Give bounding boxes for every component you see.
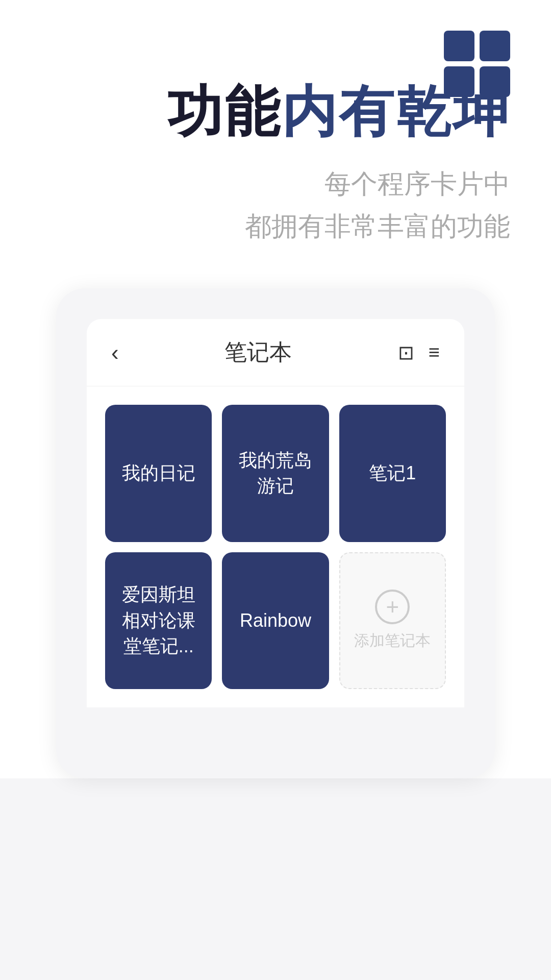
title-black: 功能 xyxy=(167,81,282,142)
menu-icon[interactable]: ≡ xyxy=(429,341,440,363)
notebook-card-island[interactable]: 我的荒岛游记 xyxy=(222,405,329,542)
app-title: 笔记本 xyxy=(224,337,292,368)
add-notebook-label: 添加笔记本 xyxy=(354,630,431,651)
sort-icon[interactable]: ⊡ xyxy=(398,341,414,364)
header-section: 功能内有乾坤 每个程序卡片中 都拥有非常丰富的功能 xyxy=(0,82,551,248)
grid-cell-3 xyxy=(444,66,474,97)
notebook-card-rainbow-label: Rainbow xyxy=(230,598,321,644)
back-button[interactable]: ‹ xyxy=(111,340,119,365)
phone-mockup: ‹ 笔记本 ⊡ ≡ 我的日记 我的荒岛游记 xyxy=(56,288,495,778)
grid-cell-2 xyxy=(480,31,510,61)
subtitle-line1: 每个程序卡片中 xyxy=(41,163,510,205)
app-header: ‹ 笔记本 ⊡ ≡ xyxy=(87,319,464,386)
notebook-card-einstein-label: 爱因斯坦相对论课堂笔记... xyxy=(112,572,206,669)
notebook-card-note1-label: 笔记1 xyxy=(359,450,426,496)
notebook-card-rainbow[interactable]: Rainbow xyxy=(222,552,329,689)
grid-cell-1 xyxy=(444,31,474,61)
subtitle-line2: 都拥有非常丰富的功能 xyxy=(41,205,510,248)
notebook-grid: 我的日记 我的荒岛游记 笔记1 爱因斯坦相对论课堂笔记... xyxy=(87,386,464,707)
grid-cell-4 xyxy=(480,66,510,97)
notebook-card-note1[interactable]: 笔记1 xyxy=(339,405,446,542)
page: 功能内有乾坤 每个程序卡片中 都拥有非常丰富的功能 ‹ 笔记本 ⊡ ≡ xyxy=(0,0,551,980)
phone-mockup-wrapper: ‹ 笔记本 ⊡ ≡ 我的日记 我的荒岛游记 xyxy=(56,288,495,778)
phone-bottom xyxy=(87,707,464,758)
top-grid-icon xyxy=(444,31,510,97)
notebook-card-einstein[interactable]: 爱因斯坦相对论课堂笔记... xyxy=(105,552,212,689)
bottom-area xyxy=(0,778,551,980)
add-notebook-icon: + xyxy=(375,590,410,624)
notebook-card-diary-label: 我的日记 xyxy=(112,450,206,496)
header-actions: ⊡ ≡ xyxy=(398,341,440,364)
notebook-card-island-label: 我的荒岛游记 xyxy=(229,437,322,509)
notebook-card-add[interactable]: + 添加笔记本 xyxy=(339,552,446,689)
app-screen: ‹ 笔记本 ⊡ ≡ 我的日记 我的荒岛游记 xyxy=(87,319,464,707)
main-title: 功能内有乾坤 xyxy=(41,82,510,142)
notebook-card-diary[interactable]: 我的日记 xyxy=(105,405,212,542)
subtitle: 每个程序卡片中 都拥有非常丰富的功能 xyxy=(41,163,510,248)
